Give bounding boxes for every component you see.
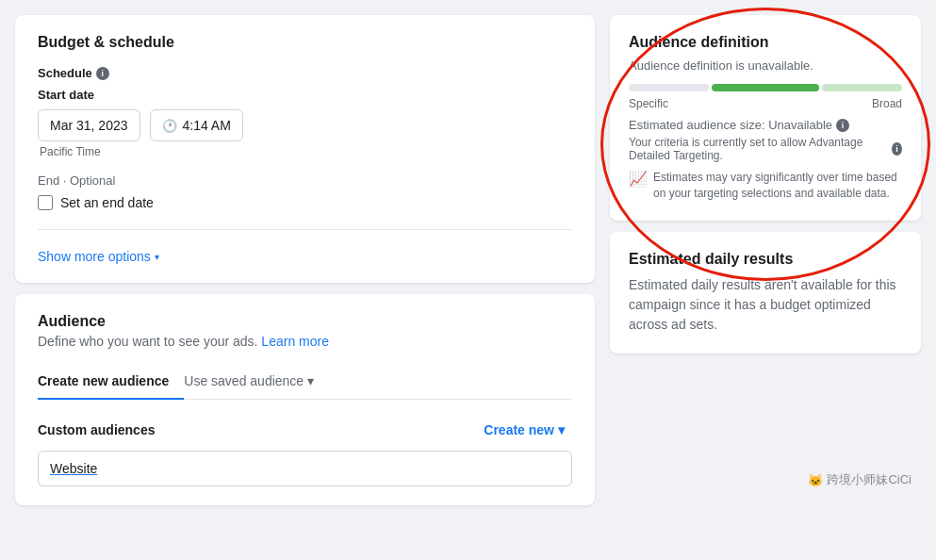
bar-segment-left bbox=[629, 84, 709, 91]
clock-icon: 🕐 bbox=[162, 119, 177, 133]
trend-icon: 📈 bbox=[629, 169, 648, 189]
tab-create-new-audience[interactable]: Create new audience bbox=[38, 364, 184, 400]
specific-label: Specific bbox=[629, 97, 668, 110]
right-panel: Audience definition Audience definition … bbox=[610, 15, 921, 545]
bar-segment-right bbox=[822, 84, 902, 91]
start-date-label: Start date bbox=[38, 88, 572, 102]
start-date-input[interactable]: Mar 31, 2023 bbox=[38, 109, 140, 141]
end-label: End · Optional bbox=[38, 173, 572, 188]
watermark-text: 跨境小师妹CiCi bbox=[827, 471, 911, 488]
website-input-text: Website bbox=[50, 461, 97, 476]
learn-more-link[interactable]: Learn more bbox=[261, 334, 329, 349]
audience-card: Audience Define who you want to see your… bbox=[15, 294, 595, 505]
schedule-info-icon[interactable]: i bbox=[96, 67, 109, 80]
audience-definition-unavailable: Audience definition is unavailable. bbox=[629, 58, 902, 73]
audience-bar-container: Specific Broad bbox=[629, 84, 902, 110]
custom-audiences-header: Custom audiences Create new ▾ bbox=[38, 419, 572, 441]
end-date-checkbox-label: Set an end date bbox=[60, 195, 154, 210]
bar-labels: Specific Broad bbox=[629, 97, 902, 110]
saved-audience-chevron-icon: ▾ bbox=[307, 373, 314, 388]
estimates-text: 📈 Estimates may vary significantly over … bbox=[629, 170, 902, 202]
audience-title: Audience bbox=[38, 313, 572, 330]
timezone-label: Pacific Time bbox=[40, 145, 572, 158]
audience-definition-title: Audience definition bbox=[629, 34, 902, 51]
schedule-label: Schedule i bbox=[38, 66, 572, 80]
budget-schedule-title: Budget & schedule bbox=[38, 34, 572, 51]
audience-size-info-icon[interactable]: i bbox=[836, 119, 849, 132]
estimated-daily-results-card: Estimated daily results Estimated daily … bbox=[610, 232, 921, 354]
bar-segment-middle bbox=[712, 84, 819, 91]
watermark: 🐱 跨境小师妹CiCi bbox=[808, 471, 911, 488]
custom-audiences-label: Custom audiences bbox=[38, 422, 155, 437]
start-time-input[interactable]: 🕐 4:14 AM bbox=[150, 109, 243, 141]
end-section: End · Optional Set an end date bbox=[38, 173, 572, 210]
audience-subtitle: Define who you want to see your ads. Lea… bbox=[38, 334, 572, 349]
broad-label: Broad bbox=[872, 97, 902, 110]
estimated-daily-title: Estimated daily results bbox=[629, 251, 902, 268]
card-divider bbox=[38, 229, 572, 230]
audience-bar bbox=[629, 84, 902, 91]
chevron-down-icon: ▾ bbox=[155, 252, 159, 262]
end-date-checkbox-row: Set an end date bbox=[38, 195, 572, 210]
audience-definition-card: Audience definition Audience definition … bbox=[610, 15, 921, 221]
audience-size-text: Estimated audience size: Unavailable i bbox=[629, 118, 902, 132]
watermark-icon: 🐱 bbox=[808, 473, 823, 487]
audience-tabs: Create new audience Use saved audience ▾ bbox=[38, 364, 572, 400]
create-new-button[interactable]: Create new ▾ bbox=[476, 419, 572, 441]
start-date-row: Mar 31, 2023 🕐 4:14 AM bbox=[38, 109, 572, 141]
budget-schedule-card: Budget & schedule Schedule i Start date … bbox=[15, 15, 595, 283]
estimated-daily-text: Estimated daily results aren't available… bbox=[629, 275, 902, 335]
end-date-checkbox[interactable] bbox=[38, 195, 53, 210]
website-input-container[interactable]: Website bbox=[38, 451, 572, 486]
advantage-info-icon[interactable]: i bbox=[892, 142, 902, 156]
advantage-text: Your criteria is currently set to allow … bbox=[629, 136, 902, 162]
create-new-chevron-icon: ▾ bbox=[558, 422, 565, 437]
show-more-link[interactable]: Show more options ▾ bbox=[38, 249, 572, 264]
tab-use-saved-audience[interactable]: Use saved audience ▾ bbox=[184, 364, 329, 400]
